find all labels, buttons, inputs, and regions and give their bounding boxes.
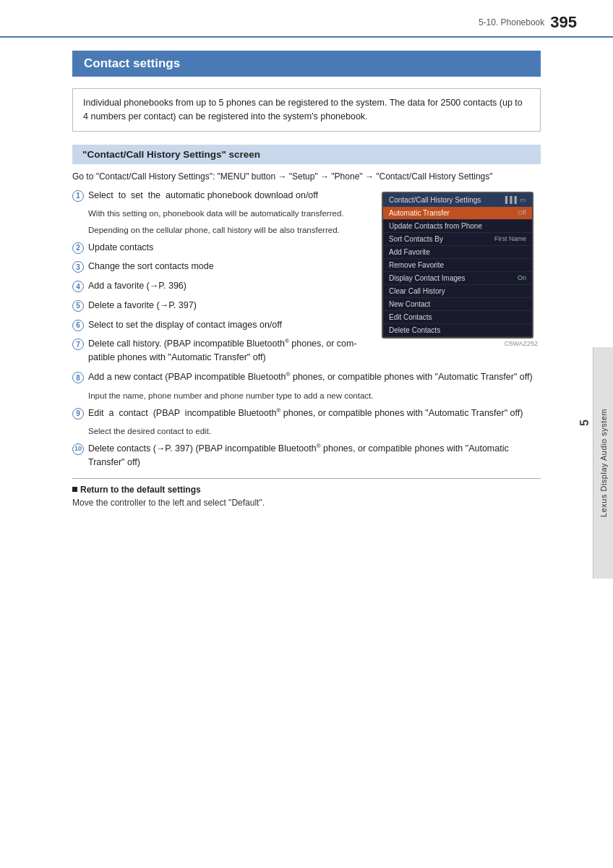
- item-number: 10: [72, 443, 84, 455]
- menu-item-label: Add Favorite: [389, 248, 430, 256]
- sub-note: With this setting on, phonebook data wil…: [88, 208, 370, 220]
- menu-item-label: Clear Call History: [389, 287, 445, 295]
- screen-menu-item-6: Display Contact Images On: [383, 272, 532, 285]
- screen-title-bar: Contact/Call History Settings ▐▐▐ ▭: [383, 193, 532, 207]
- screen-menu-item-1: Automatic Transfer Off: [383, 207, 532, 220]
- menu-item-value: Off: [518, 209, 526, 216]
- list-item: 8 Add a new contact (PBAP incompatible B…: [72, 370, 541, 384]
- screen-menu-item-7: Clear Call History: [383, 285, 532, 298]
- item-text: Delete call history. (PBAP incom­patible…: [88, 337, 370, 365]
- section-label: 5-10. Phonebook: [479, 17, 544, 27]
- return-body: Move the controller to the left and sele…: [72, 498, 541, 508]
- battery-icon: ▭: [520, 196, 526, 203]
- item-text: Add a favorite (→P. 396): [88, 279, 187, 293]
- side-tab-label: Lexus Display Audio system: [599, 409, 608, 517]
- screen-menu-item-9: Edit Contacts: [383, 311, 532, 324]
- item-text: Select to set the display of contact ima…: [88, 318, 282, 332]
- item-number: 2: [72, 242, 84, 254]
- menu-item-label: Automatic Transfer: [389, 209, 450, 217]
- item-number: 6: [72, 320, 84, 331]
- list-item: 10 Delete contacts (→P. 397) (PBAP incom…: [72, 442, 541, 469]
- menu-item-label: Delete Contacts: [389, 326, 440, 334]
- screen-title: Contact/Call History Settings: [389, 196, 481, 204]
- item-text: Add a new contact (PBAP incompatible Blu…: [88, 370, 533, 384]
- item-number: 4: [72, 281, 84, 292]
- item-number: 5: [72, 300, 84, 312]
- bullet-icon: [72, 487, 77, 492]
- list-item: 6 Select to set the display of contact i…: [72, 318, 370, 332]
- item-text: Update contacts: [88, 241, 153, 255]
- signal-icon: ▐▐▐: [503, 196, 517, 203]
- menu-item-value: First Name: [494, 235, 526, 242]
- menu-item-label: Sort Contacts By: [389, 235, 443, 243]
- side-tab-number: 5: [578, 420, 593, 426]
- screen-menu-item-5: Remove Favorite: [383, 259, 532, 272]
- item-text: Change the sort contacts mode: [88, 260, 214, 273]
- screen-menu-item-8: New Contact: [383, 298, 532, 311]
- sub-note: Depending on the cellular phone, call hi…: [88, 224, 370, 237]
- title-banner: Contact settings: [72, 51, 541, 77]
- item-text: Delete contacts (→P. 397) (PBAP incompat…: [88, 442, 541, 469]
- divider: [72, 478, 541, 479]
- screen-caption: C5WAZ252: [382, 340, 541, 347]
- list-item: 4 Add a favorite (→P. 396): [72, 279, 370, 293]
- menu-item-label: Update Contacts from Phone: [389, 222, 482, 230]
- return-title: Return to the default settings: [72, 485, 541, 495]
- menu-item-label: Edit Contacts: [389, 313, 432, 321]
- list-item: 5 Delete a favorite (→P. 397): [72, 299, 370, 312]
- item-text: Select to set the automatic phonebook do…: [88, 189, 318, 203]
- list-item: 3 Change the sort contacts mode: [72, 260, 370, 273]
- screen-icons: ▐▐▐ ▭: [503, 196, 526, 203]
- screen-menu-item-4: Add Favorite: [383, 246, 532, 259]
- item-number: 9: [72, 408, 84, 420]
- full-items: 8 Add a new contact (PBAP incompatible B…: [72, 370, 541, 469]
- section-header: "Contact/Call History Settings" screen: [72, 145, 541, 164]
- sub-note: Input the name, phone number and phone n…: [88, 390, 541, 402]
- item-number: 7: [72, 339, 84, 350]
- item-number: 8: [72, 372, 84, 383]
- item-text: Delete a favorite (→P. 397): [88, 299, 197, 312]
- list-item: 9 Edit a contact (PBAP incompatible Blue…: [72, 407, 541, 420]
- left-column: 1 Select to set the automatic phonebook …: [72, 189, 370, 371]
- screen-mockup: Contact/Call History Settings ▐▐▐ ▭ Auto…: [382, 192, 533, 339]
- list-item: 2 Update contacts: [72, 241, 370, 255]
- item-number: 3: [72, 261, 84, 273]
- screen-menu-item-2: Update Contacts from Phone: [383, 220, 532, 233]
- screen-mockup-column: Contact/Call History Settings ▐▐▐ ▭ Auto…: [382, 189, 541, 371]
- side-tab: Lexus Display Audio system: [593, 347, 613, 579]
- menu-item-value: On: [518, 274, 526, 281]
- menu-item-label: Remove Favorite: [389, 261, 444, 269]
- return-section: Return to the default settings Move the …: [72, 485, 541, 508]
- item-text: Edit a contact (PBAP incompatible Blueto…: [88, 407, 523, 420]
- menu-item-label: Display Contact Images: [389, 274, 466, 282]
- nav-path: Go to "Contact/Call History Settings": "…: [72, 170, 541, 183]
- menu-item-label: New Contact: [389, 300, 430, 308]
- page-number: 395: [550, 13, 577, 32]
- sub-note: Select the desired contact to edit.: [88, 425, 541, 438]
- screen-menu-item-10: Delete Contacts: [383, 324, 532, 337]
- screen-menu-item-3: Sort Contacts By First Name: [383, 233, 532, 246]
- item-number: 1: [72, 190, 84, 202]
- info-box: Individual phonebooks from up to 5 phone…: [72, 88, 541, 132]
- page-header: 5-10. Phonebook 395: [0, 0, 613, 38]
- list-item: 7 Delete call history. (PBAP incom­patib…: [72, 337, 370, 365]
- list-item: 1 Select to set the automatic phonebook …: [72, 189, 370, 203]
- two-column-layout: 1 Select to set the automatic phonebook …: [72, 189, 541, 371]
- page: 5-10. Phonebook 395 Contact settings Ind…: [0, 0, 613, 868]
